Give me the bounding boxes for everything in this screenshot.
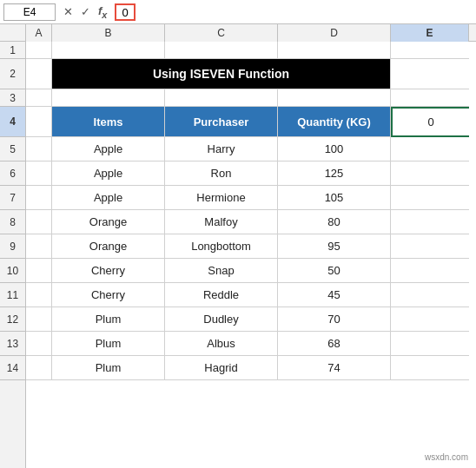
cell-c13[interactable]: Albus bbox=[165, 332, 278, 356]
cell-c6[interactable]: Ron bbox=[165, 161, 278, 186]
grid-content: Using ISEVEN Function Items Purchaser bbox=[26, 42, 476, 468]
cell-e2[interactable] bbox=[391, 59, 469, 89]
cell-e8[interactable] bbox=[391, 210, 469, 234]
cell-c1[interactable] bbox=[165, 42, 278, 59]
cell-e6[interactable] bbox=[391, 161, 469, 186]
cell-e3[interactable] bbox=[391, 89, 469, 107]
cell-d11[interactable]: 45 bbox=[278, 283, 391, 307]
cell-a11[interactable] bbox=[26, 283, 52, 307]
cell-d13[interactable]: 68 bbox=[278, 332, 391, 356]
cell-e11[interactable] bbox=[391, 283, 469, 307]
row-num-2[interactable]: 2 bbox=[0, 59, 25, 89]
cell-b4-items[interactable]: Items bbox=[52, 107, 165, 137]
cell-d3[interactable] bbox=[278, 89, 391, 107]
grid-row-10: Cherry Snap 50 bbox=[26, 259, 476, 283]
cell-c7[interactable]: Hermione bbox=[165, 186, 278, 210]
cell-e5[interactable] bbox=[391, 137, 469, 161]
cell-d5[interactable]: 100 bbox=[278, 137, 391, 161]
row-num-5[interactable]: 5 bbox=[0, 137, 25, 161]
confirm-icon[interactable]: ✓ bbox=[78, 4, 93, 19]
corner-header bbox=[0, 24, 26, 41]
col-header-c[interactable]: C bbox=[165, 24, 278, 42]
grid-row-5: Apple Harry 100 bbox=[26, 137, 476, 161]
row-num-4[interactable]: 4 bbox=[0, 107, 25, 137]
cell-c3[interactable] bbox=[165, 89, 278, 107]
cell-b6[interactable]: Apple bbox=[52, 161, 165, 186]
cell-b12[interactable]: Plum bbox=[52, 307, 165, 332]
cell-c12[interactable]: Dudley bbox=[165, 307, 278, 332]
cell-e13[interactable] bbox=[391, 332, 469, 356]
row-num-12[interactable]: 12 bbox=[0, 307, 25, 332]
cell-e1[interactable] bbox=[391, 42, 469, 59]
cell-d7[interactable]: 105 bbox=[278, 186, 391, 210]
row-num-13[interactable]: 13 bbox=[0, 332, 25, 356]
cell-c5[interactable]: Harry bbox=[165, 137, 278, 161]
cell-d14[interactable]: 74 bbox=[278, 356, 391, 380]
cell-a10[interactable] bbox=[26, 259, 52, 283]
cell-d12[interactable]: 70 bbox=[278, 307, 391, 332]
cell-e12[interactable] bbox=[391, 307, 469, 332]
row-num-1[interactable]: 1 bbox=[0, 42, 25, 59]
cell-a9[interactable] bbox=[26, 234, 52, 259]
col-header-e[interactable]: E bbox=[391, 24, 469, 42]
formula-value: 0 bbox=[115, 3, 135, 21]
cell-reference-box[interactable]: E4 bbox=[3, 3, 56, 21]
cell-d9[interactable]: 95 bbox=[278, 234, 391, 259]
row-num-3[interactable]: 3 bbox=[0, 89, 25, 107]
cell-a8[interactable] bbox=[26, 210, 52, 234]
cell-e10[interactable] bbox=[391, 259, 469, 283]
row-num-11[interactable]: 11 bbox=[0, 283, 25, 307]
title-cell[interactable]: Using ISEVEN Function bbox=[52, 59, 391, 89]
cell-a7[interactable] bbox=[26, 186, 52, 210]
cell-c9[interactable]: Longbottom bbox=[165, 234, 278, 259]
col-header-d[interactable]: D bbox=[278, 24, 391, 42]
cell-a4[interactable] bbox=[26, 107, 52, 137]
row-num-8[interactable]: 8 bbox=[0, 210, 25, 234]
cell-c10[interactable]: Snap bbox=[165, 259, 278, 283]
cell-d4-quantity[interactable]: Quantity (KG) bbox=[278, 107, 391, 137]
col-header-a[interactable]: A bbox=[26, 24, 52, 42]
cell-e9[interactable] bbox=[391, 234, 469, 259]
cell-e4-selected[interactable]: 0 bbox=[391, 107, 469, 137]
cancel-icon[interactable]: ✕ bbox=[61, 4, 76, 19]
cell-d10[interactable]: 50 bbox=[278, 259, 391, 283]
cell-e14[interactable] bbox=[391, 356, 469, 380]
cell-b9[interactable]: Orange bbox=[52, 234, 165, 259]
cell-d6[interactable]: 125 bbox=[278, 161, 391, 186]
cell-c14[interactable]: Hagrid bbox=[165, 356, 278, 380]
cell-e7[interactable] bbox=[391, 186, 469, 210]
header-purchaser: Purchaser bbox=[194, 115, 249, 129]
cell-a1[interactable] bbox=[26, 42, 52, 59]
cell-a2[interactable] bbox=[26, 59, 52, 89]
cell-b5[interactable]: Apple bbox=[52, 137, 165, 161]
cell-c4-purchaser[interactable]: Purchaser bbox=[165, 107, 278, 137]
cell-b11[interactable]: Cherry bbox=[52, 283, 165, 307]
watermark: wsxdn.com bbox=[422, 452, 471, 463]
cell-b14[interactable]: Plum bbox=[52, 356, 165, 380]
cell-a3[interactable] bbox=[26, 89, 52, 107]
cell-b13[interactable]: Plum bbox=[52, 332, 165, 356]
insert-function-icon[interactable]: fx bbox=[96, 3, 109, 21]
cell-a13[interactable] bbox=[26, 332, 52, 356]
grid-row-13: Plum Albus 68 bbox=[26, 332, 476, 356]
row-num-9[interactable]: 9 bbox=[0, 234, 25, 259]
cell-a6[interactable] bbox=[26, 161, 52, 186]
cell-b7[interactable]: Apple bbox=[52, 186, 165, 210]
cell-a12[interactable] bbox=[26, 307, 52, 332]
cell-d1[interactable] bbox=[278, 42, 391, 59]
cell-c8[interactable]: Malfoy bbox=[165, 210, 278, 234]
cell-b1[interactable] bbox=[52, 42, 165, 59]
cell-a5[interactable] bbox=[26, 137, 52, 161]
row-num-6[interactable]: 6 bbox=[0, 161, 25, 186]
row-num-14[interactable]: 14 bbox=[0, 356, 25, 380]
cell-c11[interactable]: Reddle bbox=[165, 283, 278, 307]
cell-b3[interactable] bbox=[52, 89, 165, 107]
col-header-b[interactable]: B bbox=[52, 24, 165, 42]
row-num-7[interactable]: 7 bbox=[0, 186, 25, 210]
cell-b8[interactable]: Orange bbox=[52, 210, 165, 234]
data-rows: Apple Harry 100 Apple Ron 125 Apple Herm… bbox=[26, 137, 476, 380]
row-num-10[interactable]: 10 bbox=[0, 259, 25, 283]
cell-b10[interactable]: Cherry bbox=[52, 259, 165, 283]
cell-d8[interactable]: 80 bbox=[278, 210, 391, 234]
cell-a14[interactable] bbox=[26, 356, 52, 380]
